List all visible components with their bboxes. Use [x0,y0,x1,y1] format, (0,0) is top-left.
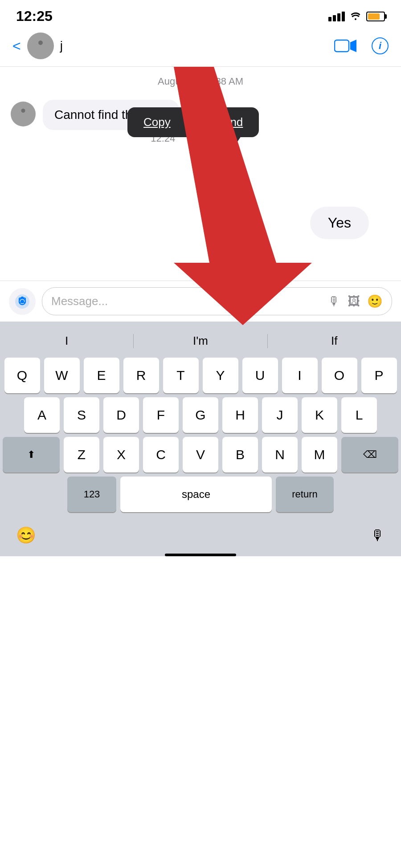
emoji-key[interactable]: 😊 [16,526,36,545]
chat-area: August 07, 7:38 AM Cannot find this us..… [0,67,401,322]
contact-name: j [60,39,63,53]
battery-icon [366,12,385,21]
key-f[interactable]: F [143,397,179,433]
avatar-dot [38,41,43,45]
key-q[interactable]: Q [4,358,40,393]
key-g[interactable]: G [183,397,218,433]
keyboard: I I'm If Q W E R T Y U I O P A S D F G H… [0,322,401,556]
key-h[interactable]: H [222,397,258,433]
key-row-4: 123 space return [3,477,398,512]
key-rows: Q W E R T Y U I O P A S D F G H J K L ⬆ … [0,356,401,518]
home-indicator [165,554,236,556]
message-input[interactable]: Message... [51,294,322,308]
key-b[interactable]: B [222,437,258,473]
nav-left: < j [12,33,63,59]
message-input-wrapper[interactable]: Message... 🎙 🖼 🙂 [42,287,392,315]
message-bubble: Cannot find this us... Copy Unsend [43,100,180,130]
predictive-word-2[interactable]: I'm [134,331,267,350]
input-icons: 🎙 🖼 🙂 [328,294,383,309]
key-w[interactable]: W [44,358,80,393]
key-o[interactable]: O [322,358,357,393]
signal-icon [328,12,345,21]
key-j[interactable]: J [262,397,298,433]
key-e[interactable]: E [84,358,119,393]
key-d[interactable]: D [103,397,139,433]
key-row-2: A S D F G H J K L [3,397,398,433]
copy-button[interactable]: Copy [127,107,187,137]
video-call-button[interactable] [334,38,357,54]
key-t[interactable]: T [163,358,199,393]
svg-marker-1 [350,40,356,52]
key-row-3: ⬆ Z X C V B N M ⌫ [3,437,398,473]
return-key[interactable]: return [276,477,334,512]
key-y[interactable]: Y [203,358,238,393]
date-label: August 07, 7:38 AM [11,76,390,87]
space-key[interactable]: space [120,477,272,512]
unsend-button[interactable]: Unsend [187,107,259,137]
shift-key[interactable]: ⬆ [3,437,60,473]
svg-rect-0 [335,40,349,52]
key-n[interactable]: N [262,437,298,473]
yes-row: Yes [11,171,390,239]
mic-key[interactable]: 🎙 [371,527,385,544]
key-s[interactable]: S [64,397,99,433]
predictive-word-1[interactable]: I [0,331,133,350]
camera-button[interactable] [9,288,36,315]
nav-bar: < j i [0,29,401,67]
microphone-icon[interactable]: 🎙 [328,294,340,309]
key-l[interactable]: L [341,397,377,433]
input-bar: Message... 🎙 🖼 🙂 [0,281,401,322]
status-icons [328,10,385,23]
predictive-word-3[interactable]: If [268,331,401,350]
message-row: Cannot find this us... Copy Unsend 12:24 [11,100,390,144]
wifi-icon [349,10,362,23]
key-z[interactable]: Z [64,437,99,473]
numbers-key[interactable]: 123 [67,477,116,512]
nav-right: i [334,37,389,54]
predictive-row: I I'm If [0,326,401,356]
status-time: 12:25 [16,8,53,24]
key-u[interactable]: U [242,358,278,393]
bottom-extras: 😊 🎙 [0,518,401,549]
avatar [27,33,54,59]
back-button[interactable]: < [12,38,21,54]
key-i[interactable]: I [282,358,318,393]
backspace-key[interactable]: ⌫ [341,437,398,473]
key-m[interactable]: M [302,437,337,473]
sticker-icon[interactable]: 🙂 [367,294,383,309]
key-k[interactable]: K [302,397,337,433]
key-a[interactable]: A [24,397,60,433]
info-button[interactable]: i [372,37,389,54]
key-row-1: Q W E R T Y U I O P [3,358,398,393]
key-c[interactable]: C [143,437,179,473]
sender-avatar [11,102,36,126]
photo-icon[interactable]: 🖼 [348,294,360,309]
key-v[interactable]: V [183,437,218,473]
yes-bubble: Yes [310,207,369,239]
key-r[interactable]: R [123,358,159,393]
sender-avatar-dot [21,109,25,113]
key-x[interactable]: X [103,437,139,473]
key-p[interactable]: P [361,358,397,393]
context-menu: Copy Unsend [127,107,259,137]
status-bar: 12:25 [0,0,401,29]
